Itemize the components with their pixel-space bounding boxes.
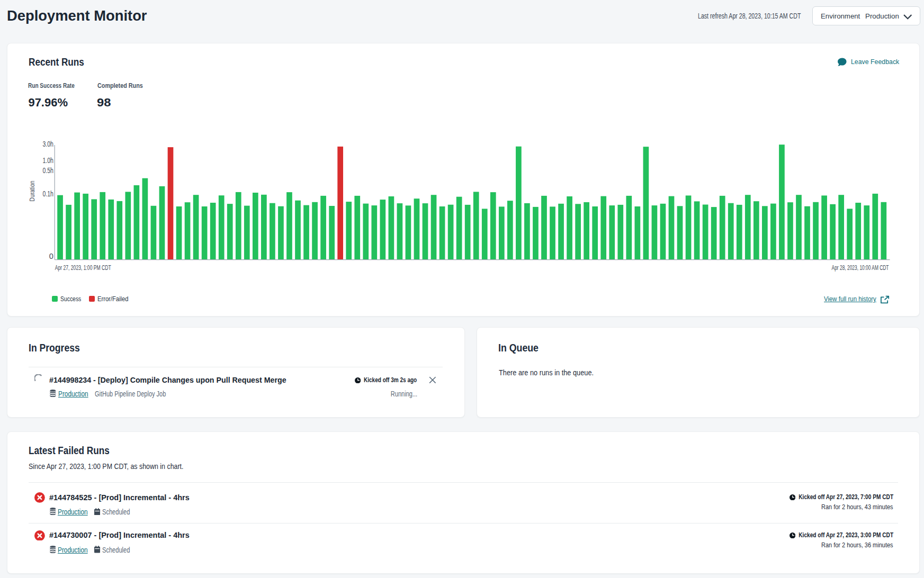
svg-text:0.5h: 0.5h [42, 166, 53, 175]
svg-text:Duration: Duration [28, 181, 36, 202]
svg-text:Apr 27, 2023, 1:00 PM CDT: Apr 27, 2023, 1:00 PM CDT [55, 264, 111, 272]
svg-text:Apr 28, 2023, 10:00 AM CDT: Apr 28, 2023, 10:00 AM CDT [832, 264, 889, 272]
svg-text:0.1h: 0.1h [42, 189, 53, 198]
svg-text:0: 0 [49, 252, 53, 260]
svg-text:1.0h: 1.0h [42, 156, 53, 165]
svg-text:3.0h: 3.0h [42, 140, 53, 148]
